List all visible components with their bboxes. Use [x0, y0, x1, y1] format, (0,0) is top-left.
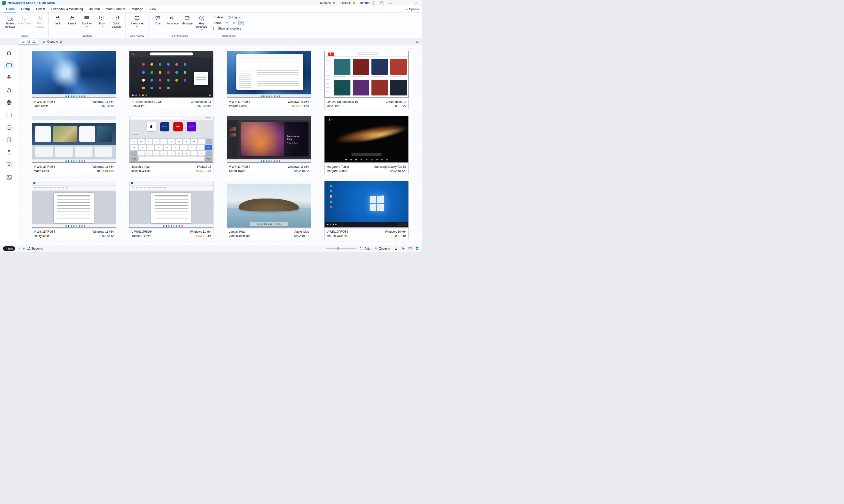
letter-a-icon: a [6, 162, 12, 168]
student-card[interactable]: V-WIN11PRO64Windows 11 x64Maria Clark10.… [32, 116, 116, 174]
student-card[interactable]: Lenovo Chromebook 10Chromebook 10Jane Do… [324, 51, 409, 109]
add-student-icon[interactable] [401, 247, 405, 251]
student-card[interactable]: James' iMacApple iMacJames Johnson10.02.… [227, 181, 311, 239]
help-requests-button[interactable]: Help Requests [195, 14, 209, 30]
sidebar-item-wellbeing[interactable] [4, 86, 14, 94]
lock-button[interactable]: Lock [51, 14, 65, 25]
student-card[interactable]: Presentation TitlePresenter NameV-WIN11P… [227, 116, 311, 174]
machine-name: Margaret's Tablet [326, 165, 349, 169]
slider-handle[interactable] [338, 247, 339, 250]
list-layout-icon[interactable] [415, 40, 419, 44]
minimize-button[interactable] [398, 0, 406, 5]
student-thumbnail[interactable]: Presentation TitlePresenter Name [227, 116, 311, 163]
thumbnail-speed-icon [228, 16, 231, 19]
sidebar-item-typing[interactable]: a [4, 160, 14, 169]
help-circle-icon [199, 15, 205, 21]
quick-launch-button[interactable]: Quick Launch [109, 14, 123, 30]
student-card[interactable]: V-WIN11PRO64Windows 11 x64John Smith10.0… [32, 51, 116, 109]
auto-size-button[interactable]: Auto [359, 247, 371, 250]
student-thumbnail[interactable] [32, 51, 116, 98]
student-card[interactable]: V-WIN11PRO64Windows 11 x64Henry Jones10.… [32, 181, 116, 239]
menu-tab-journal[interactable]: Journal [86, 6, 103, 13]
os-name: Chromebook 11 [191, 100, 212, 104]
ribbon: Student Register View Client File Transf… [0, 13, 422, 38]
menu-tab-manage[interactable]: Manage [128, 6, 146, 13]
student-card[interactable]: V-WIN11PRO64Windows 11 x64Thomas Brown10… [129, 181, 213, 239]
message-button[interactable]: Message [180, 14, 194, 25]
student-thumbnail[interactable] [129, 51, 213, 98]
sidebar-item-audio[interactable] [4, 73, 14, 82]
student-thumbnail[interactable]: CancelDisney+ESPNyahoo!PrivateQWERTYUIOP… [129, 116, 213, 163]
display-icon[interactable] [408, 247, 412, 251]
menu-tab-group[interactable]: Group [18, 6, 33, 13]
sidebar-item-web[interactable] [4, 98, 14, 107]
magnifier-icon [374, 247, 378, 250]
student-card[interactable]: CancelDisney+ESPNyahoo!PrivateQWERTYUIOP… [129, 116, 213, 174]
student-info: Lenovo Chromebook 10Chromebook 10Jane Do… [324, 98, 409, 109]
chat-button[interactable]: Chat [151, 14, 165, 25]
student-thumbnail[interactable] [324, 51, 409, 98]
show-web-toggle[interactable] [231, 21, 237, 25]
zoom-in-button[interactable]: Zoom In [374, 247, 390, 250]
menu-tab-class[interactable]: Class [3, 6, 18, 13]
tutor-badge-icon[interactable] [394, 247, 398, 251]
unlock-button[interactable]: Unlock [65, 14, 79, 25]
menu-tab-feedback-wellbeing[interactable]: Feedback & Wellbeing [48, 6, 86, 13]
menu-tab-view[interactable]: View [146, 6, 160, 13]
sidebar-item-print[interactable] [4, 136, 14, 144]
chevron-up-icon [18, 248, 20, 249]
unrestricted-button[interactable]: Unrestricted [127, 14, 146, 27]
show-all-monitors-checkbox[interactable] [213, 27, 216, 30]
update-speed-dropdown[interactable]: High [226, 15, 242, 19]
ip-address: 10.02.10.134 [97, 169, 114, 173]
clock-icon[interactable] [380, 1, 384, 5]
student-register-button[interactable]: Student Register [3, 14, 17, 28]
sidebar-item-devices[interactable] [4, 148, 14, 157]
console-user-button[interactable]: Rob [3, 246, 15, 251]
student-card[interactable]: HP Chromebook 11 G5Chromebook 11Ann Mill… [129, 51, 213, 109]
student-thumbnail[interactable] [32, 181, 116, 228]
student-name: William Davis [229, 104, 247, 108]
internet-status[interactable]: Internet [360, 1, 376, 5]
student-thumbnail[interactable] [32, 116, 116, 163]
sidebar-item-monitor-view[interactable] [4, 61, 14, 69]
tab-q-and-a[interactable]: Q and A : 2 [40, 39, 65, 45]
student-thumbnail[interactable] [129, 181, 213, 228]
maximize-button[interactable] [406, 0, 413, 5]
announce-button[interactable]: Announce [165, 14, 179, 25]
os-name: iPadOS 16 [197, 165, 211, 169]
sidebar-item-whiteboard[interactable] [4, 173, 14, 181]
show-button[interactable]: Show [94, 14, 109, 27]
blank-all-button[interactable]: Blank All [80, 14, 94, 27]
hamburger-menu-icon[interactable] [388, 1, 392, 5]
ribbon-group-label: Communicate [151, 34, 209, 38]
student-thumbnail[interactable] [324, 181, 409, 228]
student-thumbnail[interactable] [227, 51, 311, 98]
sidebar-item-applications[interactable] [4, 111, 14, 119]
sidebar-item-home[interactable] [4, 48, 14, 57]
menu-tab-work-planner[interactable]: Work Planner [103, 6, 128, 13]
student-card[interactable]: V-WIN11PRO64Windows 11 x64William Davis1… [227, 51, 311, 109]
thumbnail-size-slider[interactable] [326, 248, 356, 249]
files-icon [36, 15, 42, 21]
student-card[interactable]: V-WIN10PRO64Windows 10 x64Martha William… [324, 181, 409, 239]
grid-view-icon[interactable] [415, 247, 419, 251]
options-button[interactable]: Options [407, 7, 419, 13]
student-name: Thomas Brown [131, 234, 151, 238]
student-count: 12 Students [22, 247, 43, 250]
tab-all-students[interactable]: All : 12 [19, 39, 38, 45]
ribbon-group-label: Student [51, 34, 123, 38]
student-thumbnail[interactable]: 2:41 [324, 116, 409, 163]
show-names-toggle[interactable] [224, 21, 230, 25]
student-card[interactable]: 2:41Margaret's TabletSamsung Galaxy Tab … [324, 116, 409, 174]
menu-tab-select[interactable]: Select [33, 6, 48, 13]
student-thumbnail[interactable] [227, 181, 311, 228]
close-button[interactable]: × [413, 0, 420, 5]
os-name: Apple iMac [294, 230, 309, 234]
lock-all-button[interactable]: Lock All [340, 1, 356, 5]
mute-all-button[interactable]: Mute All [320, 1, 336, 5]
ip-address: 10.02.10.356 [194, 104, 211, 108]
show-label: Show : [213, 21, 222, 25]
sidebar-item-time[interactable] [4, 123, 14, 132]
show-help-requests-toggle[interactable]: ? [238, 21, 244, 25]
